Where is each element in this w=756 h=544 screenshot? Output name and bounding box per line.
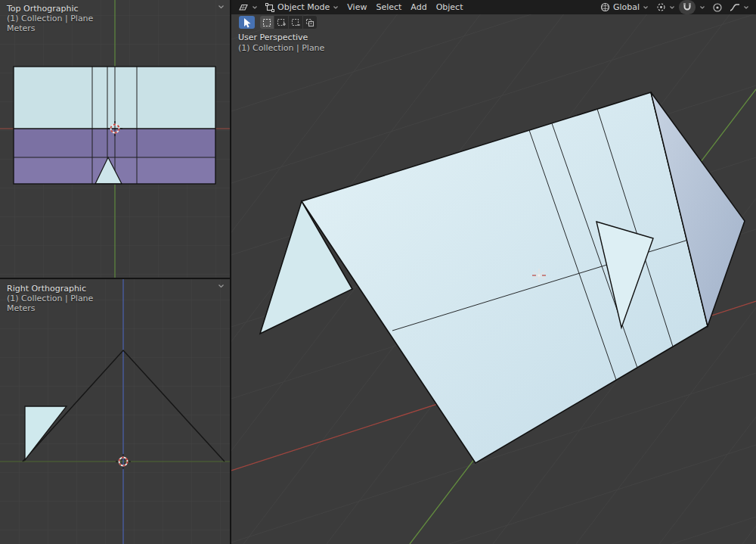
viewport-header: Object Mode View Select Add Object Globa… xyxy=(231,0,756,14)
cursor-arrow-icon xyxy=(243,17,252,28)
editor-type-button[interactable] xyxy=(234,0,262,14)
viewport-editor-icon xyxy=(238,2,249,12)
proportional-editing-toggle[interactable] xyxy=(709,0,726,14)
menu-object[interactable]: Object xyxy=(432,0,468,14)
viewport-user-perspective[interactable]: User Perspective (1) Collection | Plane xyxy=(231,0,756,544)
orientation-label: Global xyxy=(613,2,640,12)
chevron-down-icon xyxy=(699,5,705,10)
right-ortho-scene xyxy=(0,279,230,544)
select-mode-group xyxy=(260,16,317,29)
pivot-point-selector[interactable] xyxy=(652,0,679,14)
mode-selector[interactable]: Object Mode xyxy=(262,0,342,14)
mode-label: Object Mode xyxy=(277,2,330,12)
magnet-icon xyxy=(683,2,692,12)
viewport-right-orthographic[interactable]: Right Orthographic (1) Collection | Plan… xyxy=(0,279,230,544)
object-mode-icon xyxy=(265,3,274,12)
menu-view[interactable]: View xyxy=(342,0,371,14)
select-mode-subtract-icon xyxy=(291,18,300,27)
mesh-plane-top-view[interactable] xyxy=(14,67,215,184)
viewport-top-orthographic[interactable]: Top Orthographic (1) Collection | Plane … xyxy=(0,0,230,278)
select-mode-extend-icon xyxy=(277,18,286,27)
select-mode-intersect-button[interactable] xyxy=(303,16,317,29)
perspective-scene xyxy=(231,0,756,544)
chevron-down-icon xyxy=(333,5,339,10)
chevron-down-icon xyxy=(643,5,649,10)
menu-add[interactable]: Add xyxy=(406,0,431,14)
chevron-down-icon xyxy=(743,5,749,10)
select-mode-set-icon xyxy=(262,18,271,27)
select-mode-extend-button[interactable] xyxy=(274,16,288,29)
proportional-editing-icon xyxy=(713,3,722,12)
pivot-point-icon xyxy=(656,2,666,12)
chevron-down-icon[interactable] xyxy=(215,2,226,11)
chevron-down-icon xyxy=(252,5,258,10)
select-mode-subtract-button[interactable] xyxy=(289,16,302,29)
tool-settings-bar xyxy=(239,16,317,29)
chevron-down-icon xyxy=(669,5,675,10)
select-mode-set-button[interactable] xyxy=(260,16,274,29)
globe-icon xyxy=(600,2,610,12)
falloff-curve-icon xyxy=(730,3,740,12)
chevron-down-icon[interactable] xyxy=(215,281,226,291)
select-mode-intersect-icon xyxy=(305,18,314,27)
active-tool-select-box-button[interactable] xyxy=(239,16,255,29)
transform-orientation-selector[interactable]: Global xyxy=(596,0,652,14)
proportional-falloff-dropdown[interactable] xyxy=(726,0,753,14)
snap-settings-dropdown[interactable] xyxy=(696,0,709,14)
snap-toggle-button[interactable] xyxy=(679,0,696,14)
top-ortho-scene xyxy=(0,0,230,278)
menu-select[interactable]: Select xyxy=(371,0,406,14)
